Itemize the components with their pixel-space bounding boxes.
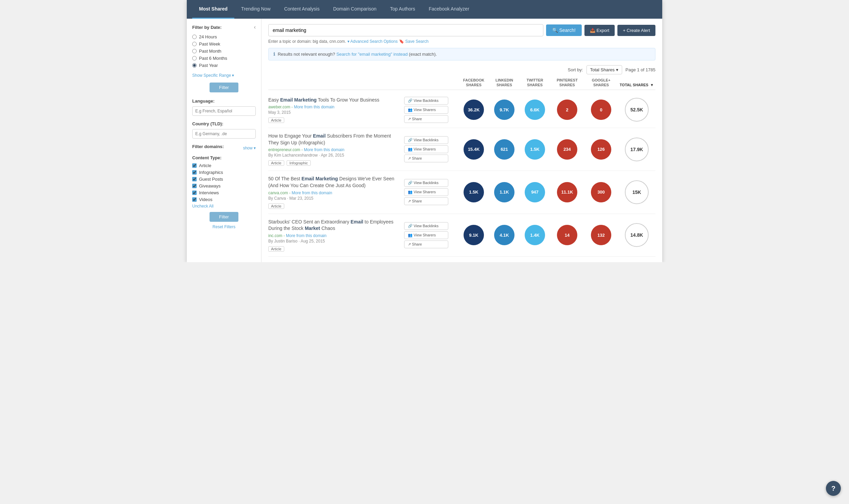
language-label: Language: [192,98,256,104]
total-circle-3: 15K [618,180,655,204]
result-date-1: May 3, 2015 [268,110,401,115]
result-domain-4: inc.com - More from this domain [268,233,401,238]
content-type-article[interactable]: Article [192,163,256,168]
linkedin-circle-3: 1.1K [489,182,520,202]
filter-button-date[interactable]: Filter [210,83,238,92]
date-option-week[interactable]: Past Week [192,41,256,47]
more-from-domain-4[interactable]: More from this domain [286,233,326,238]
twitter-circle-1: 6.6K [520,100,550,120]
linkedin-count-1: 9.7K [494,100,514,120]
total-count-3: 15K [625,180,649,204]
domain-link-2[interactable]: entrepreneur.com [268,147,300,152]
twitter-count-2: 1.5K [525,139,545,160]
create-alert-button[interactable]: + Create Alert [617,25,655,36]
language-input[interactable] [192,106,256,116]
result-info-1: Easy Email Marketing Tools To Grow Your … [268,97,404,123]
facebook-circle-2: 15.4K [458,139,489,160]
view-backlinks-btn-1[interactable]: 🔗 View Backlinks [404,97,448,105]
col-twitter-shares: TWITTERSHARES [520,78,550,88]
view-backlinks-btn-2[interactable]: 🔗 View Backlinks [404,136,448,144]
nav-most-shared[interactable]: Most Shared [192,0,234,19]
col-pinterest-shares: PINTERESTSHARES [550,78,584,88]
result-info-4: Starbucks' CEO Sent an Extraordinary Ema… [268,219,404,252]
nav-trending-now[interactable]: Trending Now [234,0,277,19]
view-backlinks-btn-4[interactable]: 🔗 View Backlinks [404,222,448,230]
filter-domains-label: Filter domains: [192,144,224,149]
share-btn-3[interactable]: ↗ Share [404,197,448,205]
result-domain-2: entrepreneur.com - More from this domain [268,147,401,152]
relevance-box: ℹ Results not relevant enough? Search fo… [268,48,655,60]
date-option-year[interactable]: Past Year [192,63,256,68]
google-circle-4: 132 [584,225,618,245]
result-author-4: By Justin Bariso · Aug 25, 2015 [268,239,401,244]
facebook-circle-3: 1.5K [458,182,489,202]
share-btn-1[interactable]: ↗ Share [404,115,448,123]
search-button[interactable]: 🔍 Search! [546,24,582,36]
exact-match-link[interactable]: Search for "email marketing" instead [336,52,408,57]
twitter-count-3: 947 [525,182,545,202]
result-actions-1: 🔗 View Backlinks 👥 View Sharers ↗ Share [404,97,458,123]
show-specific-range[interactable]: Show Specific Range ▾ [192,73,234,78]
facebook-count-1: 36.2K [464,100,484,120]
facebook-count-3: 1.5K [464,182,484,202]
export-button[interactable]: 📤 Export [584,25,615,36]
result-domain-3: canva.com - More from this domain [268,191,401,195]
save-search-link[interactable]: 🔖 Save Search [399,39,429,44]
filter-button-content[interactable]: Filter [210,212,238,222]
linkedin-count-4: 4.1K [494,225,514,245]
pinterest-circle-1: 2 [550,100,584,120]
result-actions-3: 🔗 View Backlinks 👥 View Sharers ↗ Share [404,179,458,205]
view-sharers-btn-1[interactable]: 👥 View Sharers [404,106,448,114]
info-icon: ℹ [273,52,275,57]
sort-select[interactable]: Total Shares ▾ [586,65,622,74]
nav-facebook-analyzer[interactable]: Facebook Analyzer [422,0,476,19]
sidebar-back-icon[interactable]: ‹ [254,24,256,30]
date-option-6months[interactable]: Past 6 Months [192,56,256,61]
page-info: Page 1 of 1785 [626,67,655,72]
filter-domains-show[interactable]: show ▾ [243,146,256,150]
content-type-giveaways[interactable]: Giveaways [192,183,256,188]
google-count-1: 0 [591,100,611,120]
search-input[interactable] [268,24,543,36]
country-input[interactable] [192,129,256,139]
more-from-domain-3[interactable]: More from this domain [292,191,332,195]
content-type-guest-posts[interactable]: Guest Posts [192,177,256,182]
more-from-domain-1[interactable]: More from this domain [294,105,334,109]
view-sharers-btn-2[interactable]: 👥 View Sharers [404,145,448,153]
result-actions-4: 🔗 View Backlinks 👥 View Sharers ↗ Share [404,222,458,248]
result-tag-article-4: Article [268,246,284,252]
linkedin-circle-2: 621 [489,139,520,160]
nav-domain-comparison[interactable]: Domain Comparison [326,0,383,19]
content-type-interviews[interactable]: Interviews [192,190,256,195]
date-option-month[interactable]: Past Month [192,49,256,54]
result-author-2: By Kim Lachanceshandrow · Apr 26, 2015 [268,153,401,158]
domain-link-3[interactable]: canva.com [268,191,288,195]
pinterest-count-2: 234 [557,139,577,160]
more-from-domain-2[interactable]: More from this domain [304,147,344,152]
uncheck-all-link[interactable]: Uncheck All [192,204,256,209]
content-type-infographics[interactable]: Infographics [192,170,256,175]
reset-filters-link[interactable]: Reset Filters [192,224,256,229]
google-count-3: 300 [591,182,611,202]
nav-top-authors[interactable]: Top Authors [383,0,422,19]
view-sharers-btn-3[interactable]: 👥 View Sharers [404,188,448,196]
sort-row: Sort by: Total Shares ▾ Page 1 of 1785 [268,65,655,74]
nav-content-analysis[interactable]: Content Analysis [277,0,326,19]
main-content: 🔍 Search! 📤 Export + Create Alert Enter … [261,19,662,262]
share-btn-2[interactable]: ↗ Share [404,155,448,162]
content-type-videos[interactable]: Videos [192,197,256,202]
linkedin-circle-4: 4.1K [489,225,520,245]
total-count-4: 14.8K [625,223,649,247]
view-backlinks-btn-3[interactable]: 🔗 View Backlinks [404,179,448,187]
pinterest-circle-2: 234 [550,139,584,160]
domain-link-1[interactable]: aweber.com [268,105,290,109]
google-count-2: 126 [591,139,611,160]
share-btn-4[interactable]: ↗ Share [404,240,448,248]
view-sharers-btn-4[interactable]: 👥 View Sharers [404,231,448,239]
date-option-24h[interactable]: 24 Hours [192,34,256,39]
table-header: FACEBOOKSHARES LINKEDINSHARES TWITTERSHA… [268,78,655,90]
result-info-3: 50 Of The Best Email Marketing Designs W… [268,176,404,209]
google-circle-3: 300 [584,182,618,202]
domain-link-4[interactable]: inc.com [268,233,282,238]
advanced-search-link[interactable]: ▾ Advanced Search Options [347,39,398,44]
